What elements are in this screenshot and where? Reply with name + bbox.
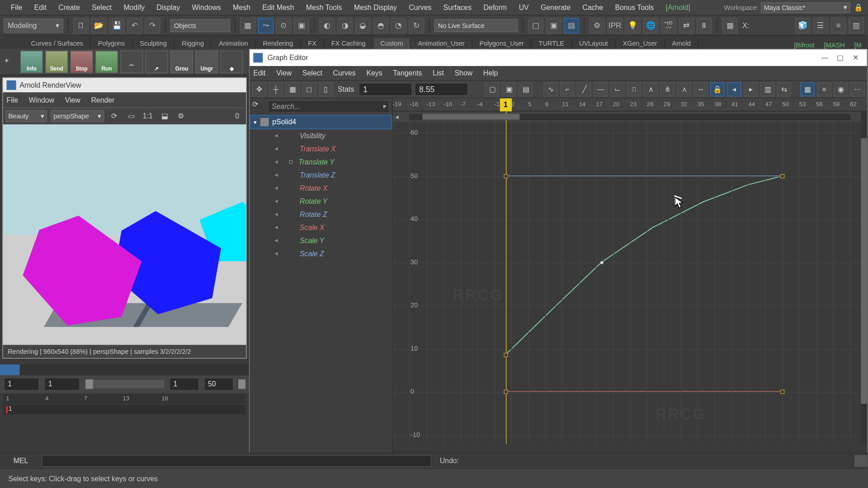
attr-icon[interactable]: ≡ (830, 18, 846, 33)
render-frame-icon[interactable]: ▢ (528, 18, 543, 33)
ge-insert-icon[interactable]: ┼ (269, 82, 283, 97)
ge-outliner-node[interactable]: ▾ pSolid4 (250, 115, 392, 129)
ge-tangent-auto-icon[interactable]: ∧ (644, 82, 658, 97)
shelf-gear-icon[interactable]: ✦ (4, 56, 14, 67)
shelf-stop-button[interactable]: Stop (71, 50, 93, 73)
shelf-custom2-button[interactable]: ↗ (146, 50, 168, 73)
ge-menu-list[interactable]: List (433, 69, 444, 77)
redo-icon[interactable]: ↷ (145, 18, 160, 33)
shelf-link-bifrost[interactable]: [Bifrost (791, 42, 818, 49)
ge-tangent-plateau-icon[interactable]: ⎍ (627, 82, 642, 97)
ge-move-icon[interactable]: ✥ (252, 82, 267, 97)
ge-post-inf-icon[interactable]: ▸ (744, 82, 758, 97)
ge-attr-row[interactable]: Rotate Y (250, 195, 392, 208)
render-view-icon[interactable]: ▤ (564, 18, 579, 33)
window-close-icon[interactable]: ✕ (848, 52, 863, 64)
panel-icon[interactable]: ▦ (722, 18, 737, 33)
shelf-tab-polygons[interactable]: Polygons (91, 38, 133, 49)
shelf-tab-arnold[interactable]: Arnold (665, 38, 698, 49)
snap-point-icon[interactable]: ⊙ (276, 18, 291, 33)
ge-unify-tan-icon[interactable]: ⋏ (677, 82, 692, 97)
channel-icon[interactable]: ▥ (849, 18, 864, 33)
shelf-custom1-button[interactable]: ⌒ (120, 50, 143, 73)
ge-menu-select[interactable]: Select (302, 69, 322, 77)
shelf-tab-custom[interactable]: Custom (373, 38, 411, 49)
sym-icon[interactable]: ◐ (319, 18, 335, 33)
shelf-send-button[interactable]: Send (45, 50, 68, 73)
ge-tangent-spline-icon[interactable]: ∿ (543, 82, 558, 97)
ipr2-icon[interactable]: IPR (607, 18, 623, 33)
ge-menu-curves[interactable]: Curves (333, 69, 356, 77)
ge-frame-all-icon[interactable]: ▢ (485, 82, 500, 97)
menu-bonustools[interactable]: Bonus Tools (609, 3, 660, 11)
ge-norm-icon[interactable]: ▦ (800, 82, 815, 97)
ge-stack-icon[interactable]: ≡ (817, 82, 831, 97)
menu-surfaces[interactable]: Surfaces (437, 3, 477, 11)
clap-icon[interactable]: 🎬 (661, 18, 676, 33)
ge-pre-inf-icon[interactable]: ◂ (727, 82, 741, 97)
ge-stat-value-field[interactable] (415, 83, 469, 96)
menu-editmesh[interactable]: Edit Mesh (256, 3, 300, 11)
ge-attr-row[interactable]: Visibility (250, 129, 392, 142)
shelf-info-button[interactable]: Info (20, 50, 43, 73)
ge-free-tan-icon[interactable]: ↔ (694, 82, 708, 97)
ge-menu-view[interactable]: View (276, 69, 292, 77)
shelf-link-m[interactable]: [M (851, 42, 865, 49)
shelf-tab-rigging[interactable]: Rigging (175, 38, 212, 49)
rv-exposure-field[interactable]: 0 (231, 110, 244, 123)
keyframe-handle[interactable] (504, 174, 508, 178)
snap-curve-icon[interactable]: ⤳ (258, 18, 274, 33)
shelf-tab-fxcache[interactable]: FX Caching (324, 38, 373, 49)
undo-icon[interactable]: ↶ (127, 18, 142, 33)
window-minimize-icon[interactable]: — (817, 52, 832, 64)
timeline-track[interactable]: 1 (4, 405, 245, 414)
rv-settings-icon[interactable]: ⚙ (175, 110, 188, 123)
rv-menu-file[interactable]: File (6, 96, 18, 104)
ge-menu-edit[interactable]: Edit (253, 69, 265, 77)
globe-icon[interactable]: 🌐 (643, 18, 658, 33)
save-scene-icon[interactable]: 💾 (109, 18, 124, 33)
menu-create[interactable]: Create (52, 3, 86, 11)
menu-file[interactable]: File (5, 3, 28, 11)
menu-modify[interactable]: Modify (118, 3, 151, 11)
rv-save-icon[interactable]: ⬓ (158, 110, 171, 123)
selection-mode-dropdown[interactable]: Objects (170, 19, 230, 32)
ge-attr-row[interactable]: Scale Z (250, 247, 392, 260)
menu-edit[interactable]: Edit (28, 3, 52, 11)
ge-tangent-linear-icon[interactable]: ╱ (577, 82, 591, 97)
shelf-tab-turtle[interactable]: TURTLE (532, 38, 572, 49)
collapse-icon[interactable]: ▾ (254, 119, 257, 125)
ge-swap-icon[interactable]: ⇆ (777, 82, 792, 97)
shelf-tab-uvlayout[interactable]: UVLayout (572, 38, 616, 49)
ge-menu-help[interactable]: Help (483, 69, 498, 77)
menu-curves[interactable]: Curves (403, 3, 437, 11)
shelf-tab-sculpt[interactable]: Sculpting (133, 38, 175, 49)
rv-aov-selector[interactable]: Beauty▾ (5, 110, 47, 122)
ge-attr-row[interactable]: Scale Y (250, 234, 392, 247)
snap-plane-icon[interactable]: ▣ (294, 18, 309, 33)
rv-menu-render[interactable]: Render (91, 96, 114, 104)
ge-region-icon[interactable]: ◻ (302, 82, 316, 97)
light-icon[interactable]: 💡 (625, 18, 641, 33)
toggle-icon[interactable]: ⇄ (679, 18, 694, 33)
shelf-tab-fx[interactable]: FX (301, 38, 324, 49)
menu-mesh[interactable]: Mesh (227, 3, 256, 11)
shelf-tab-animuser[interactable]: Animation_User (411, 38, 472, 49)
menu-deform[interactable]: Deform (477, 3, 513, 11)
ge-break-tan-icon[interactable]: ⋔ (660, 82, 675, 97)
range-cur-field[interactable]: 1 (169, 378, 199, 391)
graph-editor-titlebar[interactable]: Graph Editor — ▢ ✕ (250, 49, 867, 66)
ge-tangent-step-icon[interactable]: ⌙ (610, 82, 625, 97)
range-end-field[interactable]: 50 (204, 378, 234, 391)
sym4-icon[interactable]: ◓ (373, 18, 388, 33)
menu-windows[interactable]: Windows (186, 3, 227, 11)
menu-generate[interactable]: Generate (535, 3, 576, 11)
keyframe-handle[interactable] (504, 353, 508, 357)
window-maximize-icon[interactable]: ▢ (832, 52, 848, 64)
renderview-viewport[interactable] (3, 124, 246, 345)
range-slider[interactable] (85, 380, 165, 388)
keyframe-handle[interactable] (780, 174, 784, 178)
outliner-icon[interactable]: ☰ (813, 18, 828, 33)
shelf-tab-xgen[interactable]: XGen_User (616, 38, 665, 49)
shelf-custom3-button[interactable]: ◆ (221, 50, 243, 73)
